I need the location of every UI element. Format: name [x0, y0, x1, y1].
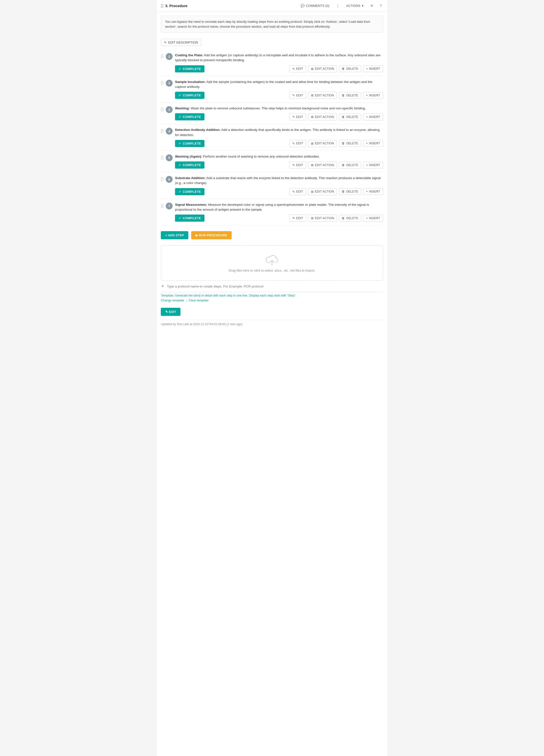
complete-label: COMPLETE — [183, 67, 201, 71]
complete-label: COMPLETE — [183, 190, 201, 194]
grid-icon: ⊞ — [311, 115, 314, 119]
edit-step-button[interactable]: ✎ EDIT — [290, 188, 306, 195]
header-right: 💬 COMMENTS (0) ⋮ ACTIONS ▾ ✕ ? — [299, 3, 383, 9]
step-text: Substrate Addition: Add a substrate that… — [175, 176, 383, 186]
step-title: Detection Antibody Addition: — [175, 128, 220, 132]
step-number: 5 — [166, 154, 172, 161]
insert-step-button[interactable]: + INSERT — [363, 140, 383, 147]
ai-protocol-input[interactable] — [167, 285, 383, 288]
plus-icon: + — [366, 217, 368, 220]
step-drag-handle[interactable] — [161, 54, 163, 58]
edit-step-button[interactable]: ✎ EDIT — [290, 92, 306, 99]
step-drag-handle[interactable] — [161, 80, 163, 85]
insert-step-button[interactable]: + INSERT — [363, 188, 383, 195]
edit-action-button[interactable]: ⊞ EDIT ACTION — [308, 113, 337, 120]
delete-step-button[interactable]: 🗑 DELETE — [339, 65, 361, 72]
pencil-icon: ✎ — [292, 67, 295, 71]
grid-icon: ⊞ — [311, 190, 314, 194]
delete-step-button[interactable]: 🗑 DELETE — [339, 162, 361, 169]
step-content: Coating the Plate: Add the antigen (or c… — [175, 53, 383, 72]
complete-button[interactable]: ✓ COMPLETE — [175, 161, 204, 169]
edit-step-button[interactable]: ✎ EDIT — [290, 215, 306, 222]
complete-button[interactable]: ✓ COMPLETE — [175, 188, 204, 195]
step-row: 3 Washing: Wash the plate to remove unbo… — [161, 103, 383, 124]
complete-label: COMPLETE — [183, 93, 201, 97]
complete-label: COMPLETE — [183, 142, 201, 145]
insert-step-button[interactable]: + INSERT — [363, 65, 383, 72]
grid-icon: ⊞ — [311, 67, 314, 71]
step-row: 1 Coating the Plate: Add the antigen (or… — [161, 49, 383, 76]
add-step-button[interactable]: + ADD STEP — [161, 231, 188, 239]
delete-step-button[interactable]: 🗑 DELETE — [339, 188, 361, 195]
insert-step-button[interactable]: + INSERT — [363, 114, 383, 120]
step-text: Detection Antibody Addition: Add a detec… — [175, 127, 383, 137]
step-text: Signal Measuremen: Measure the developed… — [175, 202, 383, 212]
pencil-icon: ✎ — [292, 216, 295, 220]
edit-action-button[interactable]: ⊞ EDIT ACTION — [308, 188, 337, 195]
step-content: Signal Measuremen: Measure the developed… — [175, 202, 383, 222]
step-drag-handle[interactable] — [161, 177, 163, 181]
pencil-icon: ✎ — [164, 41, 167, 44]
close-button[interactable]: ✕ — [369, 3, 375, 9]
checkmark-icon: ✓ — [178, 163, 181, 167]
edit-main-button[interactable]: ✎ EDIT — [161, 308, 180, 316]
edit-step-button[interactable]: ✎ EDIT — [290, 113, 306, 120]
delete-step-button[interactable]: 🗑 DELETE — [339, 140, 361, 147]
change-template-link[interactable]: Change template — [161, 299, 184, 302]
close-icon: ✕ — [371, 4, 373, 8]
ai-sparkle-icon: ✦ — [161, 284, 164, 289]
edit-step-button[interactable]: ✎ EDIT — [290, 140, 306, 147]
insert-step-button[interactable]: + INSERT — [363, 215, 383, 222]
checkmark-icon: ✓ — [178, 67, 181, 71]
run-procedure-button[interactable]: ▶ RUN PROCEDURE — [191, 231, 231, 239]
insert-step-button[interactable]: + INSERT — [363, 92, 383, 99]
pencil-icon: ✎ — [292, 115, 295, 119]
complete-button[interactable]: ✓ COMPLETE — [175, 140, 204, 147]
step-content: Sample Incubation: Add the sample (conta… — [175, 80, 383, 99]
step-actions: ✓ COMPLETE ✎ EDIT ⊞ EDIT ACTION 🗑 DELE — [175, 215, 383, 222]
step-number: 7 — [166, 203, 172, 209]
step-drag-handle[interactable] — [161, 107, 163, 111]
step-content: Substrate Addition: Add a substrate that… — [175, 176, 383, 195]
drag-handle[interactable] — [161, 4, 163, 8]
complete-button[interactable]: ✓ COMPLETE — [175, 113, 204, 120]
edit-action-button[interactable]: ⊞ EDIT ACTION — [308, 65, 337, 72]
comments-button[interactable]: 💬 COMMENTS (0) — [299, 3, 331, 9]
step-drag-handle[interactable] — [161, 155, 163, 160]
complete-label: COMPLETE — [183, 216, 201, 220]
steps-container: 1 Coating the Plate: Add the antigen (or… — [157, 47, 387, 227]
actions-button[interactable]: ACTIONS ▾ — [345, 3, 365, 9]
upload-area[interactable]: Drag files here or click to select .docx… — [161, 245, 383, 281]
clear-template-link[interactable]: Clear template — [188, 299, 208, 302]
complete-button[interactable]: ✓ COMPLETE — [175, 215, 204, 222]
edit-description-button[interactable]: ✎ EDIT DESCRIPTION — [161, 39, 201, 46]
step-body: Add a substrate that reacts with the enz… — [175, 176, 381, 185]
complete-button[interactable]: ✓ COMPLETE — [175, 65, 204, 72]
delete-step-button[interactable]: 🗑 DELETE — [339, 114, 361, 120]
edit-action-button[interactable]: ⊞ EDIT ACTION — [308, 140, 337, 147]
step-actions: ✓ COMPLETE ✎ EDIT ⊞ EDIT ACTION 🗑 DELE — [175, 65, 383, 72]
edit-step-button[interactable]: ✎ EDIT — [290, 65, 306, 72]
insert-step-button[interactable]: + INSERT — [363, 162, 383, 169]
plus-icon: + — [366, 163, 368, 167]
delete-step-button[interactable]: 🗑 DELETE — [339, 92, 361, 99]
edit-step-button[interactable]: ✎ EDIT — [290, 161, 306, 169]
step-title: Coating the Plate: — [175, 53, 203, 57]
help-button[interactable]: ? — [379, 3, 383, 9]
step-drag-handle[interactable] — [161, 203, 163, 208]
step-title: Washing: — [175, 106, 190, 110]
edit-action-button[interactable]: ⊞ EDIT ACTION — [308, 161, 337, 169]
step-row: 2 Sample Incubation: Add the sample (con… — [161, 76, 383, 103]
delete-step-button[interactable]: 🗑 DELETE — [339, 215, 361, 222]
edit-action-button[interactable]: ⊞ EDIT ACTION — [308, 92, 337, 99]
more-options-button[interactable]: ⋮ — [335, 3, 341, 9]
checkmark-icon: ✓ — [178, 142, 181, 145]
pencil-icon: ✎ — [292, 163, 295, 167]
step-actions: ✓ COMPLETE ✎ EDIT ⊞ EDIT ACTION 🗑 DELE — [175, 188, 383, 195]
edit-action-button[interactable]: ⊞ EDIT ACTION — [308, 215, 337, 222]
complete-button[interactable]: ✓ COMPLETE — [175, 92, 204, 99]
grid-icon: ⊞ — [311, 163, 314, 167]
step-text: Washing: Wash the plate to remove unboun… — [175, 106, 383, 111]
step-drag-handle[interactable] — [161, 128, 163, 133]
step-content: Washing (Again): Perform another round o… — [175, 154, 383, 169]
